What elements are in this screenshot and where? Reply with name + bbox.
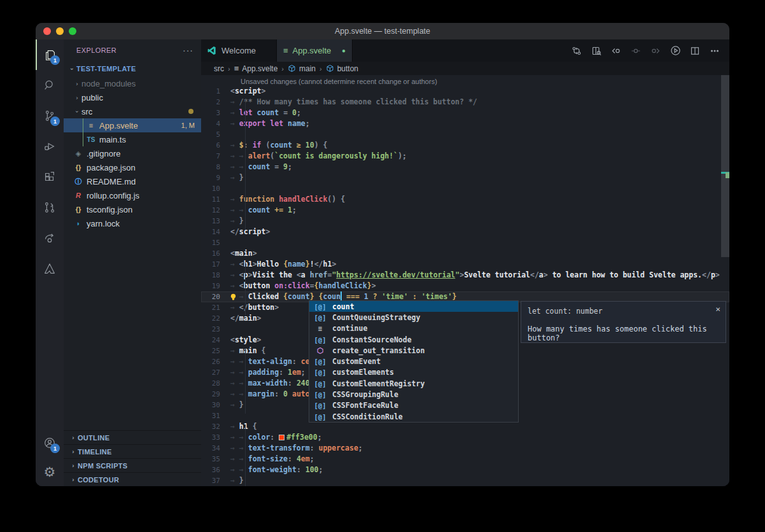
code-text[interactable]: → } xyxy=(230,216,729,227)
code-text[interactable]: <script> xyxy=(230,86,729,97)
code-line-6[interactable]: 6→ $: if (count ≥ 10) { xyxy=(201,140,729,151)
code-line-19[interactable]: 19→ <button on:click={handleClick}> xyxy=(201,281,729,291)
code-line-2[interactable]: 2→ /** How many times has someone clicke… xyxy=(201,97,729,108)
line-number[interactable]: 26 xyxy=(201,356,230,367)
line-number[interactable]: 3 xyxy=(201,108,230,118)
tab-app-svelte[interactable]: ≡ App.svelte ● xyxy=(277,39,353,62)
line-number[interactable]: 37 xyxy=(201,475,230,486)
line-number[interactable]: 5 xyxy=(201,129,230,140)
code-line-32[interactable]: 32→ h1 { xyxy=(201,421,729,432)
activity-live-share[interactable] xyxy=(36,223,64,253)
accounts-button[interactable]: 1 xyxy=(36,428,64,458)
line-number[interactable]: 8 xyxy=(201,162,230,172)
suggest-item-continue[interactable]: ≡continue xyxy=(309,323,518,334)
line-number[interactable]: 17 xyxy=(201,259,230,270)
suggest-item-CSSFontFaceRule[interactable]: [@]CSSFontFaceRule xyxy=(309,400,518,411)
line-number[interactable]: 35 xyxy=(201,454,230,465)
line-number[interactable]: 30 xyxy=(201,400,230,410)
editor-scrollbar[interactable] xyxy=(721,75,729,486)
line-number[interactable]: 31 xyxy=(201,410,230,421)
prev-change-icon[interactable] xyxy=(609,44,623,58)
line-number[interactable]: 1 xyxy=(201,86,230,97)
tree-file-tsconfig.json[interactable]: {}tsconfig.json xyxy=(64,202,201,216)
tree-file-App.svelte[interactable]: ≡App.svelte1, M xyxy=(64,118,201,132)
code-line-15[interactable]: 15 xyxy=(201,237,729,248)
code-text[interactable]: → → color: #ff3e00; xyxy=(230,432,729,443)
close-icon[interactable]: × xyxy=(715,304,720,314)
tree-folder-node_modules[interactable]: ›node_modules xyxy=(64,76,201,90)
code-text[interactable] xyxy=(230,183,729,194)
suggest-item-CustomElementRegistry[interactable]: [@]CustomElementRegistry xyxy=(309,378,518,389)
line-number[interactable]: 16 xyxy=(201,248,230,259)
activity-extensions[interactable] xyxy=(36,162,64,192)
line-number[interactable]: 27 xyxy=(201,367,230,378)
breadcrumb-button[interactable]: button xyxy=(326,64,358,73)
code-line-33[interactable]: 33→ → color: #ff3e00; xyxy=(201,432,729,443)
panel-npm-scripts[interactable]: ›NPM SCRIPTS xyxy=(64,458,201,472)
code-text[interactable]: → h1 { xyxy=(230,421,729,432)
activity-run-debug[interactable] xyxy=(36,131,64,162)
line-number[interactable]: 19 xyxy=(201,281,230,291)
line-number[interactable]: 28 xyxy=(201,378,230,389)
suggest-item-customElements[interactable]: [@]customElements xyxy=(309,367,518,378)
line-number[interactable]: 25 xyxy=(201,346,230,356)
code-text[interactable]: → <p>Visit the <a href="https://svelte.d… xyxy=(230,270,729,281)
code-text[interactable]: → → count += 1; xyxy=(230,205,729,216)
code-line-36[interactable]: 36→ → font-weight: 100; xyxy=(201,465,729,475)
line-number[interactable]: 2 xyxy=(201,97,230,108)
code-editor[interactable]: Unsaved changes (cannot determine recent… xyxy=(201,75,729,486)
panel-timeline[interactable]: ›TIMELINE xyxy=(64,444,201,458)
code-line-18[interactable]: 18→ <p>Visit the <a href="https://svelte… xyxy=(201,270,729,281)
line-number[interactable]: 22 xyxy=(201,313,230,324)
code-text[interactable]: → → font-size: 4em; xyxy=(230,454,729,465)
suggest-item-CSSGroupingRule[interactable]: [@]CSSGroupingRule xyxy=(309,389,518,400)
scrollbar-slider[interactable] xyxy=(721,75,729,257)
line-number[interactable]: 10 xyxy=(201,183,230,194)
more-actions-icon[interactable] xyxy=(708,44,722,58)
color-swatch[interactable] xyxy=(279,435,284,440)
code-line-10[interactable]: 10 xyxy=(201,183,729,194)
code-line-13[interactable]: 13→ } xyxy=(201,216,729,227)
zoom-window-button[interactable] xyxy=(69,27,76,35)
code-line-12[interactable]: 12→ → count += 1; xyxy=(201,205,729,216)
breadcrumb-main[interactable]: main xyxy=(288,64,316,73)
code-text[interactable]: → → count = 9; xyxy=(230,162,729,172)
code-line-14[interactable]: 14</script> xyxy=(201,227,729,237)
tab-welcome[interactable]: Welcome xyxy=(201,39,277,62)
code-line-17[interactable]: 17→ <h1>Hello {name}!</h1> xyxy=(201,259,729,270)
line-number[interactable]: 13 xyxy=(201,216,230,227)
activity-github-pr[interactable] xyxy=(36,192,64,223)
code-text[interactable]: → <h1>Hello {name}!</h1> xyxy=(230,259,729,270)
code-line-37[interactable]: 37→ } xyxy=(201,475,729,486)
code-line-35[interactable]: 35→ → font-size: 4em; xyxy=(201,454,729,465)
code-text[interactable]: → let count = 0; xyxy=(230,108,729,118)
code-line-8[interactable]: 8→ → count = 9; xyxy=(201,162,729,172)
title-bar[interactable]: App.svelte — test-template xyxy=(36,23,729,39)
line-number[interactable]: 36 xyxy=(201,465,230,475)
code-text[interactable]: → /** How many times has someone clicked… xyxy=(230,97,729,108)
changes-icon[interactable] xyxy=(629,44,643,58)
line-number[interactable]: 21 xyxy=(201,302,230,313)
panel-outline[interactable]: ›OUTLINE xyxy=(64,430,201,444)
code-text[interactable]: → → font-weight: 100; xyxy=(230,465,729,475)
tree-file-.gitignore[interactable]: ◈.gitignore xyxy=(64,146,201,160)
code-text[interactable] xyxy=(230,129,729,140)
code-line-16[interactable]: 16<main> xyxy=(201,248,729,259)
git-compare-icon[interactable] xyxy=(570,44,584,58)
line-number[interactable]: 12 xyxy=(201,205,230,216)
tree-file-README.md[interactable]: ⓘREADME.md xyxy=(64,174,201,188)
breadcrumb-app-svelte[interactable]: ≡App.svelte xyxy=(234,64,278,73)
code-line-1[interactable]: 1<script> xyxy=(201,86,729,97)
line-number[interactable]: 33 xyxy=(201,432,230,443)
line-number[interactable]: 15 xyxy=(201,237,230,248)
suggest-item-count[interactable]: [@]count xyxy=(309,301,518,312)
tree-file-package.json[interactable]: {}package.json xyxy=(64,160,201,174)
panel-codetour[interactable]: ›CODETOUR xyxy=(64,472,201,486)
code-text[interactable]: → function handleClick() { xyxy=(230,194,729,205)
tree-file-main.ts[interactable]: TSmain.ts xyxy=(64,132,201,146)
code-text[interactable]: → → text-transform: uppercase; xyxy=(230,443,729,454)
code-text[interactable]: <main> xyxy=(230,248,729,259)
code-text[interactable]: → $: if (count ≥ 10) { xyxy=(230,140,729,151)
code-line-3[interactable]: 3→ let count = 0; xyxy=(201,108,729,118)
line-number[interactable]: 18 xyxy=(201,270,230,281)
